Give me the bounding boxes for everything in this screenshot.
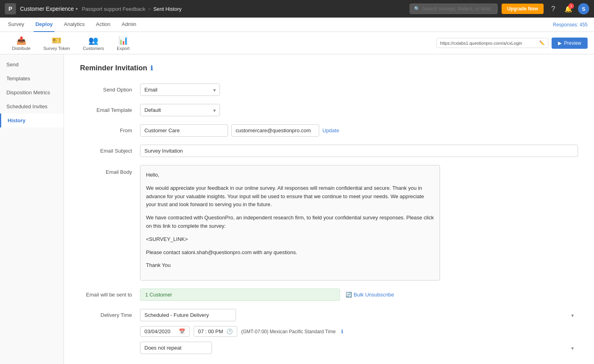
email-body-line1: Hello,	[146, 171, 434, 179]
date-input[interactable]	[144, 328, 176, 334]
nav-analytics[interactable]: Analytics	[62, 18, 86, 32]
toolbar-right: https://cxlabs1.questionpro.com/a/cxLogi…	[436, 38, 588, 49]
layout: Send Templates Disposition Metrics Sched…	[0, 54, 594, 364]
survey-url-box: https://cxlabs1.questionpro.com/a/cxLogi…	[436, 38, 548, 48]
email-subject-row: Email Subject	[80, 145, 578, 157]
responses-count: Responses: 455	[553, 22, 588, 28]
date-input-wrapper: 📅	[140, 326, 190, 337]
sent-to-control: 1 Customer 🔄 Bulk Unsubscribe	[140, 288, 578, 301]
toolbar-customers[interactable]: 👥 Customers	[77, 33, 110, 53]
delivery-time-control: Scheduled - Future Delivery Immediate De…	[140, 309, 578, 354]
clock-icon: 🕐	[226, 328, 233, 334]
nav-bar: Survey Deploy Analytics Action Admin Res…	[0, 18, 594, 32]
email-body-control: Hello, We would appreciate your feedback…	[140, 165, 578, 280]
distribute-icon: 📤	[16, 36, 26, 45]
page-title: Reminder Invitation ℹ	[80, 64, 578, 72]
sidebar: Send Templates Disposition Metrics Sched…	[0, 54, 64, 364]
preview-button[interactable]: ▶ Preview	[552, 38, 588, 49]
sidebar-item-send[interactable]: Send	[0, 58, 64, 72]
update-link[interactable]: Update	[322, 127, 339, 133]
send-option-label: Send Option	[80, 84, 140, 93]
email-template-row: Email Template Default Custom	[80, 104, 578, 116]
send-option-wrapper: Email SMS Web	[140, 84, 220, 96]
toolbar-distribute[interactable]: 📤 Distribute	[6, 33, 36, 53]
send-option-select[interactable]: Email SMS Web	[140, 84, 220, 96]
email-template-control: Default Custom	[140, 104, 578, 116]
survey-token-icon: 🎫	[52, 36, 62, 45]
help-button[interactable]: ?	[548, 3, 559, 14]
search-box[interactable]: 🔍	[410, 4, 498, 14]
notification-badge: 1	[568, 3, 574, 9]
sidebar-item-scheduled-invites[interactable]: Scheduled Invites	[0, 99, 64, 113]
from-control: Update	[140, 124, 578, 137]
survey-url-text: https://cxlabs1.questionpro.com/a/cxLogi…	[440, 41, 522, 46]
nav-action[interactable]: Action	[94, 18, 112, 32]
top-bar-right: 🔍 Upgrade Now ? 🔔 1 S	[410, 3, 589, 14]
calendar-icon: 📅	[179, 328, 185, 334]
email-body-line3: We have contracted with QuestionPro, an …	[146, 214, 434, 231]
toolbar-distribute-label: Distribute	[12, 46, 30, 51]
toolbar-export[interactable]: 📊 Export	[111, 33, 135, 53]
toolbar-survey-token[interactable]: 🎫 Survey Token	[38, 33, 75, 53]
email-subject-control	[140, 145, 578, 157]
nav-deploy[interactable]: Deploy	[34, 18, 54, 32]
email-body-line2: We would appreciate your feedback in our…	[146, 184, 434, 209]
breadcrumb-link[interactable]: Passport support Feedback	[82, 6, 146, 12]
breadcrumb-sep: >	[148, 6, 151, 12]
toolbar-export-label: Export	[117, 46, 130, 51]
email-template-wrapper: Default Custom	[140, 104, 220, 116]
top-bar: P Customer Experience ▾ Passport support…	[0, 0, 594, 18]
search-icon: 🔍	[414, 6, 420, 12]
app-logo: P	[5, 3, 16, 14]
email-subject-label: Email Subject	[80, 145, 140, 154]
search-input[interactable]	[422, 6, 493, 12]
app-chevron-icon: ▾	[76, 6, 78, 12]
nav-admin[interactable]: Admin	[120, 18, 138, 32]
from-inputs: Update	[140, 124, 578, 137]
repeat-select[interactable]: Does not repeat Daily Weekly Monthly	[140, 342, 212, 354]
email-body-line5: Please contact saloni.shah@questionpro.c…	[146, 249, 434, 257]
app-name[interactable]: Customer Experience ▾	[20, 6, 78, 12]
delivery-section: Scheduled - Future Delivery Immediate De…	[140, 309, 578, 354]
export-icon: 📊	[118, 36, 128, 45]
sent-to-row: Email will be sent to 1 Customer 🔄 Bulk …	[80, 288, 578, 301]
email-subject-input[interactable]	[140, 145, 578, 157]
delivery-select-wrapper: Scheduled - Future Delivery Immediate De…	[140, 309, 578, 321]
toolbar-customers-label: Customers	[83, 46, 104, 51]
email-template-select[interactable]: Default Custom	[140, 104, 220, 116]
sidebar-item-templates[interactable]: Templates	[0, 72, 64, 86]
send-option-row: Send Option Email SMS Web	[80, 84, 578, 96]
email-body-row: Email Body Hello, We would appreciate yo…	[80, 165, 578, 280]
nav-survey[interactable]: Survey	[6, 18, 26, 32]
upgrade-button[interactable]: Upgrade Now	[502, 4, 544, 14]
toolbar-survey-token-label: Survey Token	[43, 46, 70, 51]
main-content: Reminder Invitation ℹ Send Option Email …	[64, 54, 594, 364]
delivery-time-label: Delivery Time	[80, 309, 140, 318]
toolbar: 📤 Distribute 🎫 Survey Token 👥 Customers …	[0, 32, 594, 54]
page-help-icon[interactable]: ℹ	[150, 64, 153, 72]
avatar[interactable]: S	[578, 3, 589, 14]
bulk-unsubscribe-button[interactable]: 🔄 Bulk Unsubscribe	[346, 292, 394, 298]
from-email-input[interactable]	[231, 124, 319, 137]
sync-icon: 🔄	[346, 292, 352, 298]
email-template-label: Email Template	[80, 104, 140, 113]
from-name-input[interactable]	[140, 124, 228, 137]
email-body-line4: <SURVEY_LINK>	[146, 235, 434, 244]
from-label: From	[80, 124, 140, 133]
delivery-time-row: Delivery Time Scheduled - Future Deliver…	[80, 309, 578, 354]
timezone-help-icon[interactable]: ℹ	[341, 328, 343, 334]
repeat-wrapper: Does not repeat Daily Weekly Monthly	[140, 342, 578, 354]
email-body-label: Email Body	[80, 165, 140, 175]
send-option-control: Email SMS Web	[140, 84, 578, 96]
time-input-wrapper: 🕐	[194, 326, 237, 337]
sidebar-item-history[interactable]: History	[0, 113, 64, 127]
delivery-time-select[interactable]: Scheduled - Future Delivery Immediate De…	[140, 309, 236, 321]
timezone-label: (GMT-07:00) Mexican Pacific Standard Tim…	[241, 329, 336, 334]
email-body-line6: Thank You	[146, 261, 434, 270]
time-input[interactable]	[198, 328, 224, 334]
breadcrumb: Passport support Feedback > Sent History	[82, 6, 406, 12]
sidebar-item-disposition-metrics[interactable]: Disposition Metrics	[0, 86, 64, 99]
edit-url-icon[interactable]: ✏️	[539, 40, 545, 46]
email-body-content[interactable]: Hello, We would appreciate your feedback…	[140, 165, 440, 280]
from-row: From Update	[80, 124, 578, 137]
